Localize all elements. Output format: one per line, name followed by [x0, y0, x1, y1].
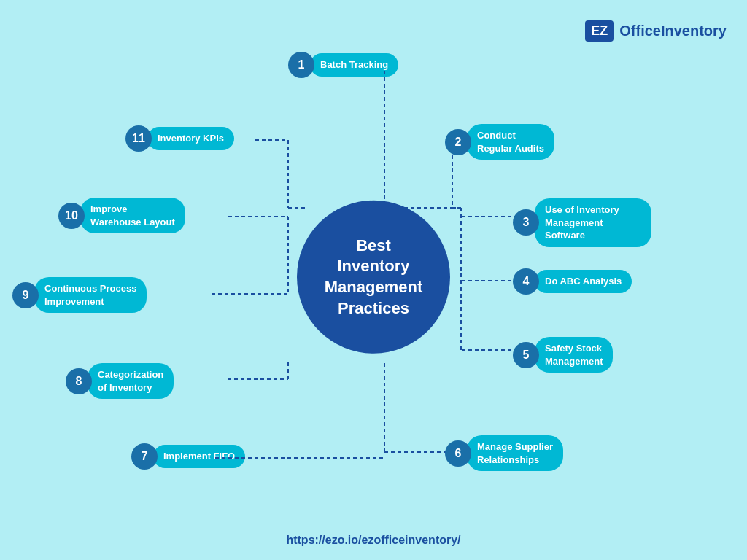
footer-url: https://ezo.io/ezofficeinventory/ [286, 534, 460, 547]
item-5-label: Safety StockManagement [535, 337, 613, 373]
item-8: 8 Categorizationof Inventory [66, 363, 174, 399]
item-9: 9 Continuous ProcessImprovement [12, 277, 147, 313]
item-6-num: 6 [445, 440, 471, 467]
logo-text: OfficeInventory [619, 23, 727, 39]
logo-box: EZ [585, 20, 614, 42]
item-1-label: Batch Tracking [310, 53, 398, 77]
item-4: 4 Do ABC Analysis [513, 268, 632, 295]
item-8-num: 8 [66, 368, 92, 394]
item-11-num: 11 [125, 125, 152, 152]
item-2-num: 2 [445, 129, 471, 155]
item-5-num: 5 [513, 342, 539, 368]
item-2-label: ConductRegular Audits [467, 124, 554, 160]
item-4-num: 4 [513, 268, 539, 295]
item-7-label: Implement FIFO [153, 445, 245, 468]
item-5: 5 Safety StockManagement [513, 337, 613, 373]
item-3: 3 Use of InventoryManagement Software [513, 198, 651, 247]
item-6: 6 Manage SupplierRelationships [445, 435, 563, 471]
center-circle: BestInventoryManagementPractices [297, 201, 450, 354]
item-1: 1 Batch Tracking [288, 52, 398, 78]
item-11: 11 Inventory KPIs [125, 125, 234, 152]
item-10-label: ImproveWarehouse Layout [80, 198, 185, 233]
item-7-num: 7 [131, 443, 158, 470]
item-3-label: Use of InventoryManagement Software [535, 198, 651, 247]
center-text: BestInventoryManagementPractices [325, 236, 422, 319]
item-9-num: 9 [12, 282, 39, 308]
item-2: 2 ConductRegular Audits [445, 124, 554, 160]
item-4-label: Do ABC Analysis [535, 270, 632, 293]
item-10: 10 ImproveWarehouse Layout [58, 198, 185, 233]
logo: EZ OfficeInventory [585, 20, 727, 42]
item-8-label: Categorizationof Inventory [88, 363, 174, 399]
item-1-num: 1 [288, 52, 314, 78]
item-10-num: 10 [58, 203, 85, 229]
item-9-label: Continuous ProcessImprovement [34, 277, 147, 313]
item-7: 7 Implement FIFO [131, 443, 245, 470]
item-11-label: Inventory KPIs [147, 127, 234, 150]
item-6-label: Manage SupplierRelationships [467, 435, 563, 471]
